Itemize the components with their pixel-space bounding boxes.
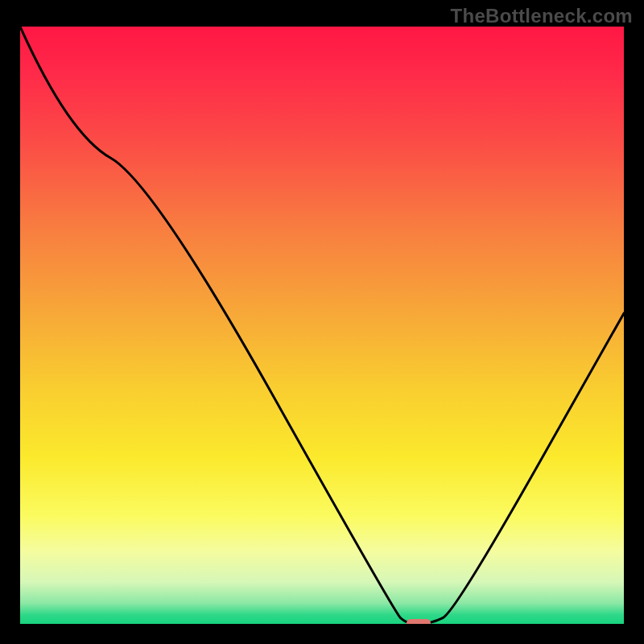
optimal-marker [407,619,431,624]
bottleneck-curve-line [20,27,624,624]
chart-svg [20,27,624,624]
plot-area [19,25,625,625]
watermark-text: TheBottleneck.com [451,5,633,27]
